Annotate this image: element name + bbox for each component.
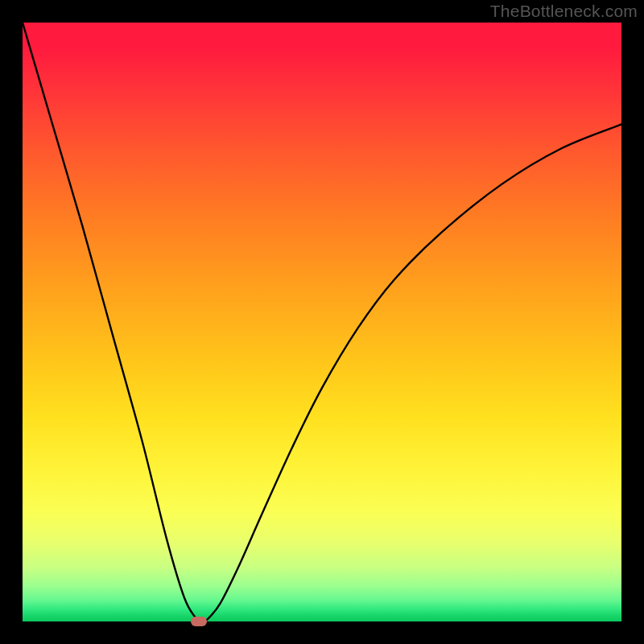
curve-svg <box>23 23 621 621</box>
plot-area <box>23 23 621 621</box>
watermark-text: TheBottleneck.com <box>490 2 638 21</box>
minimum-marker <box>191 617 207 626</box>
chart-frame: TheBottleneck.com <box>0 0 644 644</box>
bottleneck-curve <box>23 23 621 621</box>
